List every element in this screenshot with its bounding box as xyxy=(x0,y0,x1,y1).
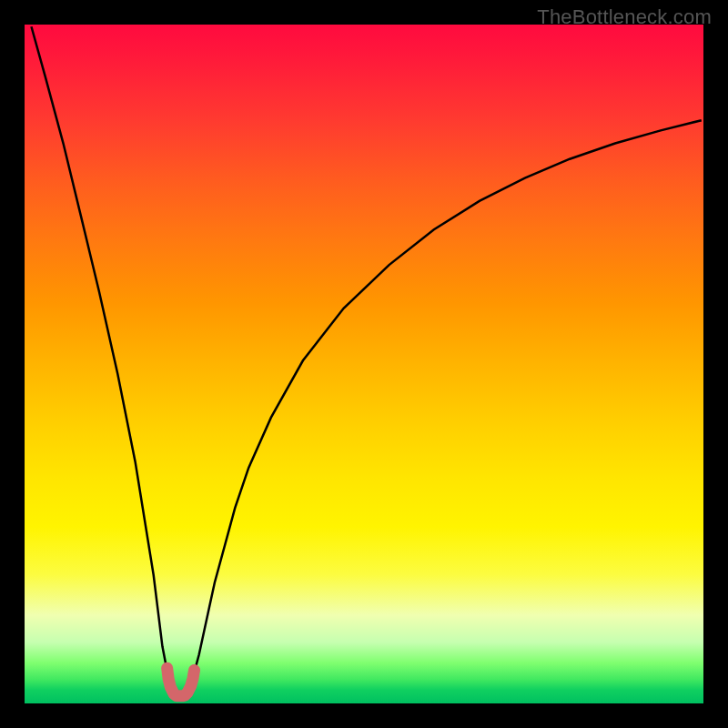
marker-segment xyxy=(167,668,195,696)
chart-svg xyxy=(25,25,703,703)
curve-right xyxy=(181,120,702,696)
watermark-text: TheBottleneck.com xyxy=(537,5,712,29)
curve-group xyxy=(31,26,701,696)
marker-group xyxy=(167,668,195,696)
curve-left xyxy=(31,26,180,696)
chart-frame: TheBottleneck.com xyxy=(0,0,728,728)
plot-area xyxy=(25,25,703,703)
